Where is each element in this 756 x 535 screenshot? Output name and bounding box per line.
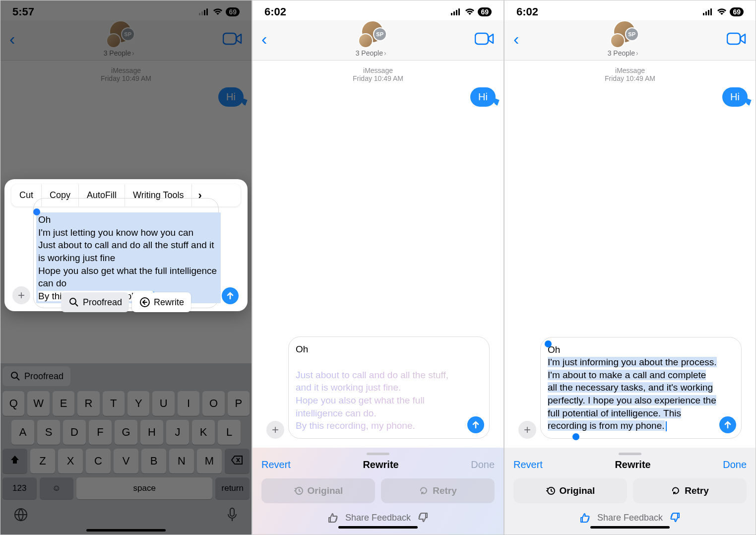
home-indicator[interactable]	[590, 526, 670, 529]
selection-handle-start[interactable]	[545, 340, 552, 347]
outgoing-message-bubble[interactable]: Hi	[218, 87, 244, 107]
key[interactable]: M	[197, 449, 222, 473]
status-bar: 6:02 69	[504, 0, 756, 20]
share-feedback-row[interactable]: Share Feedback	[261, 512, 495, 523]
message-input[interactable]: Oh I'm just informing you about the proc…	[540, 337, 742, 439]
back-button[interactable]: ‹	[9, 30, 15, 47]
keyboard-row: QWERTYUIOP	[2, 391, 250, 416]
dictation-key[interactable]	[226, 507, 239, 524]
rewritten-text: I'm just informing you about the process…	[548, 357, 717, 431]
svg-rect-0	[199, 13, 200, 15]
done-button[interactable]: Done	[723, 459, 747, 470]
key[interactable]: Q	[2, 391, 24, 416]
attach-button[interactable]: +	[518, 421, 536, 439]
people-label: 3 People	[608, 49, 638, 57]
attach-button[interactable]: +	[12, 286, 30, 304]
key[interactable]: E	[53, 391, 74, 416]
shift-key[interactable]	[2, 449, 27, 473]
contact-header[interactable]: SP 3 People	[103, 20, 135, 57]
share-feedback-row[interactable]: Share Feedback	[513, 512, 747, 523]
numbers-key[interactable]: 123	[2, 477, 37, 499]
svg-rect-19	[710, 8, 712, 15]
retry-button[interactable]: Retry	[381, 478, 495, 503]
key[interactable]: L	[218, 420, 241, 445]
thumbs-up-icon	[327, 512, 338, 523]
svg-rect-17	[705, 11, 707, 15]
rewrite-chip[interactable]: Rewrite	[132, 292, 191, 312]
send-button[interactable]	[467, 416, 484, 433]
wifi-icon	[717, 8, 727, 15]
svg-rect-1	[201, 11, 203, 15]
home-indicator[interactable]	[338, 526, 418, 529]
phone-screenshot-2: 6:02 69 ‹ SP 3 People iMessageFriday 10:…	[252, 0, 504, 535]
key[interactable]: S	[37, 420, 60, 445]
attach-button[interactable]: +	[266, 421, 284, 439]
status-bar: 5:57 69	[0, 0, 252, 20]
facetime-button[interactable]	[223, 32, 243, 46]
magnify-sparkle-icon	[9, 370, 21, 382]
selection-handle-end[interactable]	[572, 433, 579, 440]
key[interactable]: B	[141, 449, 166, 473]
return-key[interactable]: return	[215, 477, 250, 499]
keyboard-row: ZXCVBNM	[2, 449, 250, 473]
proofread-chip[interactable]: Proofread	[61, 292, 129, 312]
key[interactable]: D	[63, 420, 86, 445]
status-right: 69	[451, 7, 492, 16]
key[interactable]: X	[58, 449, 83, 473]
key[interactable]: I	[178, 391, 199, 416]
space-key[interactable]: space	[76, 477, 212, 499]
emoji-key[interactable]: ☺	[40, 477, 74, 499]
key[interactable]: C	[86, 449, 111, 473]
back-button[interactable]: ‹	[261, 30, 267, 47]
input-text-first: Oh	[296, 343, 465, 356]
proofread-chip[interactable]: Proofread	[2, 366, 70, 386]
keyboard[interactable]: Proofread QWERTYUIOP ASDFGHJKL ZXCVBNM 1…	[0, 363, 252, 535]
key[interactable]: K	[192, 420, 215, 445]
outgoing-message-bubble[interactable]: Hi	[722, 87, 748, 107]
done-button[interactable]: Done	[471, 459, 495, 470]
selection-handle-start[interactable]	[33, 208, 40, 215]
key[interactable]: V	[114, 449, 138, 473]
original-button[interactable]: Original	[513, 478, 627, 503]
panel-grabber[interactable]	[367, 453, 389, 455]
revert-button[interactable]: Revert	[513, 459, 543, 470]
key[interactable]: A	[11, 420, 34, 445]
key[interactable]: P	[228, 391, 250, 416]
selected-text[interactable]: Oh I'm just letting you know how you can…	[36, 212, 221, 303]
back-button[interactable]: ‹	[513, 30, 519, 47]
key[interactable]: H	[140, 420, 163, 445]
panel-grabber[interactable]	[619, 453, 641, 455]
send-button[interactable]	[719, 416, 736, 433]
facetime-button[interactable]	[727, 32, 747, 46]
key[interactable]: F	[89, 420, 112, 445]
key[interactable]: T	[103, 391, 125, 416]
input-area: + Oh Just about to call and do all the s…	[260, 333, 496, 442]
cellular-icon	[451, 8, 462, 15]
key[interactable]: U	[152, 391, 174, 416]
original-button[interactable]: Original	[261, 478, 375, 503]
revert-button[interactable]: Revert	[261, 459, 291, 470]
key[interactable]: N	[169, 449, 194, 473]
outgoing-message-bubble[interactable]: Hi	[470, 87, 496, 107]
key[interactable]: O	[202, 391, 224, 416]
key[interactable]: Z	[30, 449, 55, 473]
svg-point-8	[70, 298, 76, 304]
home-indicator[interactable]	[86, 529, 166, 532]
key[interactable]: G	[115, 420, 137, 445]
contact-header[interactable]: SP 3 People	[355, 20, 387, 57]
key[interactable]: R	[77, 391, 99, 416]
key[interactable]: W	[27, 391, 49, 416]
battery-pill: 69	[478, 7, 492, 16]
backspace-key[interactable]	[225, 449, 250, 473]
contact-header[interactable]: SP 3 People	[607, 20, 639, 57]
globe-key[interactable]	[13, 507, 28, 524]
svg-rect-3	[206, 8, 208, 15]
key[interactable]: Y	[127, 391, 149, 416]
message-input[interactable]: Oh Just about to call and do all the stu…	[288, 336, 490, 439]
facetime-button[interactable]	[475, 32, 495, 46]
key[interactable]: J	[166, 420, 189, 445]
message-thread: iMessageFriday 10:49 AM Hi + Oh I'm just…	[504, 61, 756, 448]
send-button[interactable]	[222, 287, 239, 304]
retry-button[interactable]: Retry	[633, 478, 747, 503]
avatar	[106, 33, 121, 48]
